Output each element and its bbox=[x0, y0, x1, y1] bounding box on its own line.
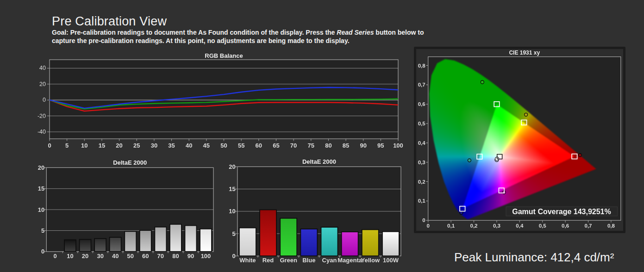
svg-text:15: 15 bbox=[99, 142, 105, 149]
svg-text:20: 20 bbox=[116, 142, 122, 149]
svg-text:70: 70 bbox=[157, 253, 164, 260]
svg-text:80: 80 bbox=[325, 142, 331, 149]
svg-text:40: 40 bbox=[186, 142, 192, 149]
svg-text:50: 50 bbox=[127, 253, 134, 260]
svg-text:0,2: 0,2 bbox=[470, 223, 478, 229]
svg-text:0: 0 bbox=[41, 248, 44, 255]
svg-text:10: 10 bbox=[81, 142, 88, 149]
svg-text:Gamut Coverage 143,9251%: Gamut Coverage 143,9251% bbox=[512, 208, 611, 216]
svg-text:60: 60 bbox=[142, 253, 149, 260]
svg-text:20: 20 bbox=[82, 253, 88, 260]
svg-text:-40: -40 bbox=[38, 129, 46, 135]
svg-text:0: 0 bbox=[43, 97, 46, 103]
svg-text:0,6: 0,6 bbox=[418, 101, 425, 107]
svg-text:100W: 100W bbox=[383, 257, 399, 264]
svg-text:85: 85 bbox=[343, 142, 349, 149]
svg-text:95: 95 bbox=[377, 142, 384, 149]
svg-text:10: 10 bbox=[38, 206, 44, 213]
svg-text:0,5: 0,5 bbox=[539, 223, 547, 229]
svg-text:20: 20 bbox=[39, 81, 46, 87]
svg-text:Magenta: Magenta bbox=[338, 257, 363, 264]
svg-text:35: 35 bbox=[168, 142, 175, 149]
svg-text:0,8: 0,8 bbox=[607, 223, 615, 229]
svg-text:25: 25 bbox=[133, 142, 140, 149]
svg-text:0,7: 0,7 bbox=[585, 223, 592, 229]
svg-text:50: 50 bbox=[220, 142, 227, 149]
svg-text:0: 0 bbox=[53, 253, 56, 260]
svg-text:20: 20 bbox=[38, 164, 44, 171]
svg-text:0,1: 0,1 bbox=[418, 198, 426, 204]
svg-text:0: 0 bbox=[426, 223, 429, 229]
svg-text:30: 30 bbox=[97, 253, 103, 260]
svg-text:0,1: 0,1 bbox=[447, 223, 455, 229]
svg-text:Cyan: Cyan bbox=[322, 257, 337, 264]
svg-text:0: 0 bbox=[422, 217, 425, 223]
svg-text:10: 10 bbox=[229, 208, 235, 215]
svg-text:15: 15 bbox=[229, 185, 235, 192]
svg-text:0,3: 0,3 bbox=[418, 160, 425, 165]
svg-text:Red: Red bbox=[263, 257, 274, 264]
svg-text:10: 10 bbox=[67, 253, 73, 260]
svg-text:30: 30 bbox=[151, 142, 157, 149]
svg-text:Yellow: Yellow bbox=[361, 257, 380, 264]
svg-text:70: 70 bbox=[290, 142, 297, 149]
svg-text:40: 40 bbox=[39, 65, 46, 71]
svg-text:5: 5 bbox=[41, 227, 44, 234]
svg-text:75: 75 bbox=[308, 142, 314, 149]
svg-text:0,4: 0,4 bbox=[418, 140, 426, 146]
svg-text:0,7: 0,7 bbox=[418, 82, 425, 87]
svg-text:DeltaE 2000: DeltaE 2000 bbox=[113, 159, 147, 166]
svg-text:90: 90 bbox=[188, 253, 194, 260]
svg-text:0: 0 bbox=[48, 142, 51, 149]
svg-text:0: 0 bbox=[232, 253, 236, 260]
svg-text:100: 100 bbox=[393, 142, 403, 149]
svg-text:45: 45 bbox=[203, 142, 210, 149]
svg-text:5: 5 bbox=[232, 230, 236, 237]
svg-text:90: 90 bbox=[360, 142, 366, 149]
svg-text:-20: -20 bbox=[38, 113, 46, 119]
svg-text:65: 65 bbox=[273, 142, 279, 149]
svg-text:CIE 1931 xy: CIE 1931 xy bbox=[509, 49, 540, 56]
svg-text:5: 5 bbox=[65, 142, 69, 149]
svg-text:Green: Green bbox=[280, 257, 297, 264]
svg-text:RGB Balance: RGB Balance bbox=[205, 52, 243, 59]
svg-text:DeltaE 2000: DeltaE 2000 bbox=[302, 158, 336, 165]
svg-text:15: 15 bbox=[38, 185, 44, 192]
svg-text:0,3: 0,3 bbox=[493, 223, 500, 229]
svg-text:100: 100 bbox=[201, 253, 211, 260]
svg-text:20: 20 bbox=[229, 163, 235, 170]
svg-text:White: White bbox=[239, 257, 256, 264]
svg-text:60: 60 bbox=[256, 142, 262, 149]
svg-text:0,8: 0,8 bbox=[418, 63, 426, 68]
svg-text:80: 80 bbox=[172, 253, 179, 260]
svg-text:Blue: Blue bbox=[302, 257, 315, 264]
svg-text:0,4: 0,4 bbox=[516, 223, 524, 229]
svg-text:40: 40 bbox=[112, 253, 119, 260]
svg-text:0,2: 0,2 bbox=[418, 179, 425, 185]
svg-text:0,6: 0,6 bbox=[562, 223, 569, 229]
svg-text:0,5: 0,5 bbox=[418, 121, 426, 126]
svg-text:55: 55 bbox=[238, 142, 244, 149]
